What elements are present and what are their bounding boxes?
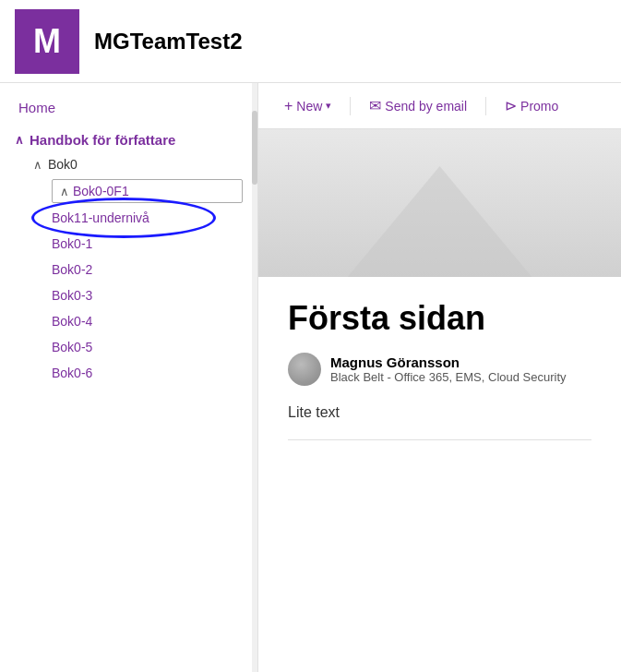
toolbar-divider-1 bbox=[350, 97, 351, 115]
toolbar: + New ▾ ✉ Send by email ⊳ Promo bbox=[258, 83, 621, 129]
bok0-2-label: Bok0-2 bbox=[52, 262, 92, 277]
promo-label: Promo bbox=[520, 99, 558, 114]
bok0-0f1-label: Bok0-0F1 bbox=[73, 184, 129, 198]
page-title: Första sidan bbox=[288, 299, 591, 338]
bok0-4-label: Bok0-4 bbox=[52, 314, 92, 329]
hero-shape bbox=[348, 166, 532, 277]
app-title: MGTeamTest2 bbox=[94, 29, 243, 54]
sidebar-item-bok0-0f1[interactable]: ∧ Bok0-0F1 bbox=[52, 179, 243, 203]
author-name: Magnus Göransson bbox=[330, 354, 567, 370]
sidebar-section-handbok[interactable]: ∧ Handbok för författare bbox=[0, 125, 257, 151]
email-icon: ✉ bbox=[369, 97, 381, 114]
page-content: Första sidan Magnus Göransson Black Belt… bbox=[258, 277, 621, 462]
home-label: Home bbox=[18, 100, 55, 115]
chevron-up-icon: ∧ bbox=[15, 133, 24, 147]
bok0-3-label: Bok0-3 bbox=[52, 288, 92, 303]
author-info: Magnus Göransson Black Belt - Office 365… bbox=[330, 354, 567, 384]
sidebar-item-bok0-4[interactable]: Bok0-4 bbox=[22, 308, 257, 334]
bok0-6-label: Bok0-6 bbox=[52, 366, 92, 380]
new-button[interactable]: + New ▾ bbox=[273, 92, 342, 120]
bok11-underniva-label: Bok11-undernivå bbox=[52, 210, 149, 225]
sidebar-item-bok0-3[interactable]: Bok0-3 bbox=[22, 282, 257, 308]
author-row: Magnus Göransson Black Belt - Office 365… bbox=[288, 353, 591, 386]
section-label: Handbok för författare bbox=[30, 132, 175, 148]
sidebar-item-bok0-1[interactable]: Bok0-1 bbox=[22, 231, 257, 257]
content-area: + New ▾ ✉ Send by email ⊳ Promo Första s… bbox=[258, 83, 621, 672]
avatar bbox=[288, 353, 321, 386]
page-divider bbox=[288, 439, 591, 440]
sidebar-item-bok0-6[interactable]: Bok0-6 bbox=[22, 360, 257, 386]
logo-letter: M bbox=[33, 22, 61, 61]
sidebar-group-header-bok0[interactable]: ∧ Bok0 bbox=[22, 151, 257, 177]
new-label: New bbox=[296, 99, 322, 114]
sidebar: Home ∧ Handbok för författare ∧ Bok0 ∧ B… bbox=[0, 83, 258, 672]
sidebar-item-bok0-5[interactable]: Bok0-5 bbox=[22, 334, 257, 360]
sidebar-item-bok11-underniva[interactable]: Bok11-undernivå bbox=[22, 205, 257, 231]
sidebar-nav: Home ∧ Handbok för författare ∧ Bok0 ∧ B… bbox=[0, 83, 257, 393]
app-logo: M bbox=[15, 9, 79, 74]
hero-image-area bbox=[258, 129, 621, 277]
avatar-image bbox=[288, 353, 321, 386]
chevron-up-icon-bok0: ∧ bbox=[33, 158, 42, 172]
plus-icon: + bbox=[284, 98, 293, 114]
sidebar-item-home[interactable]: Home bbox=[0, 90, 257, 125]
bok0-5-label: Bok0-5 bbox=[52, 340, 92, 354]
bok0-1-label: Bok0-1 bbox=[52, 236, 92, 251]
promo-button[interactable]: ⊳ Promo bbox=[494, 91, 569, 120]
main-layout: Home ∧ Handbok för författare ∧ Bok0 ∧ B… bbox=[0, 83, 621, 672]
page-body-text: Lite text bbox=[288, 404, 591, 421]
toolbar-divider-2 bbox=[485, 97, 486, 115]
app-header: M MGTeamTest2 bbox=[0, 0, 621, 83]
sidebar-item-bok0-2[interactable]: Bok0-2 bbox=[22, 257, 257, 282]
sidebar-group-bok0: ∧ Bok0 ∧ Bok0-0F1 Bok11-undernivå Bok0-1 bbox=[0, 151, 257, 386]
send-email-button[interactable]: ✉ Send by email bbox=[358, 91, 478, 120]
promo-icon: ⊳ bbox=[505, 97, 517, 114]
email-label: Send by email bbox=[385, 99, 467, 114]
scrollbar-thumb[interactable] bbox=[252, 111, 257, 185]
chevron-up-icon-bok0f1: ∧ bbox=[60, 185, 69, 198]
chevron-down-icon: ▾ bbox=[326, 100, 331, 112]
group-label: Bok0 bbox=[48, 157, 78, 172]
author-role: Black Belt - Office 365, EMS, Cloud Secu… bbox=[330, 370, 567, 384]
